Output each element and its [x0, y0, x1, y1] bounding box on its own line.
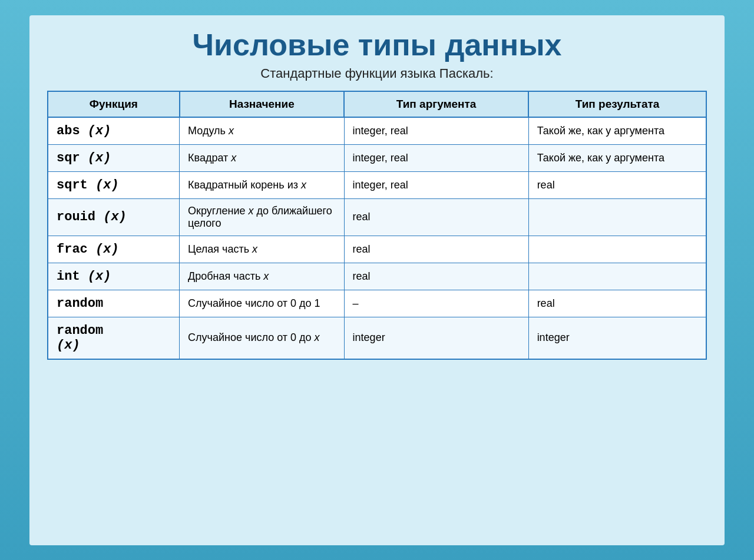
cell-func: int (x) — [48, 263, 180, 290]
table-row: sqrt (x)Квадратный корень из xinteger, r… — [48, 171, 706, 198]
table-row: int (x)Дробная часть xreal — [48, 263, 706, 290]
cell-desc: Модуль x — [180, 117, 345, 145]
table-row: randomСлучайное число от 0 до 1–real — [48, 290, 706, 317]
table-row: random(x)Случайное число от 0 до xintege… — [48, 317, 706, 359]
cell-arg-type: integer, real — [344, 171, 528, 198]
cell-arg-type: – — [344, 290, 528, 317]
page-title: Числовые типы данных — [192, 27, 561, 62]
cell-ret-type: Такой же, как у аргумента — [528, 117, 706, 145]
header-func: Функция — [48, 91, 180, 117]
header-ret-type: Тип результата — [528, 91, 706, 117]
header-arg-type: Тип аргумента — [344, 91, 528, 117]
cell-func: sqr (x) — [48, 144, 180, 171]
cell-arg-type: real — [344, 236, 528, 263]
functions-table: Функция Назначение Тип аргумента Тип рез… — [47, 91, 707, 360]
cell-arg-type: real — [344, 198, 528, 236]
cell-desc: Случайное число от 0 до 1 — [180, 290, 345, 317]
cell-desc: Квадратный корень из x — [180, 171, 345, 198]
page-container: Числовые типы данных Стандартные функции… — [29, 15, 725, 545]
cell-ret-type: real — [528, 171, 706, 198]
table-row: rouid (x)Округление x до ближайшего цело… — [48, 198, 706, 236]
cell-ret-type — [528, 236, 706, 263]
cell-func: random(x) — [48, 317, 180, 359]
cell-func: abs (x) — [48, 117, 180, 145]
table-row: frac (x)Целая часть xreal — [48, 236, 706, 263]
table-header-row: Функция Назначение Тип аргумента Тип рез… — [48, 91, 706, 117]
cell-ret-type: real — [528, 290, 706, 317]
header-desc: Назначение — [180, 91, 345, 117]
cell-desc: Квадрат x — [180, 144, 345, 171]
cell-func: random — [48, 290, 180, 317]
cell-arg-type: integer, real — [344, 117, 528, 145]
table-row: sqr (x)Квадрат xinteger, realТакой же, к… — [48, 144, 706, 171]
table-row: abs (x)Модуль xinteger, realТакой же, ка… — [48, 117, 706, 145]
cell-arg-type: integer — [344, 317, 528, 359]
cell-ret-type — [528, 263, 706, 290]
page-subtitle: Стандартные функции языка Паскаль: — [260, 66, 493, 81]
cell-desc: Случайное число от 0 до x — [180, 317, 345, 359]
cell-desc: Дробная часть x — [180, 263, 345, 290]
cell-desc: Округление x до ближайшего целого — [180, 198, 345, 236]
cell-ret-type: Такой же, как у аргумента — [528, 144, 706, 171]
cell-func: sqrt (x) — [48, 171, 180, 198]
cell-arg-type: integer, real — [344, 144, 528, 171]
cell-func: rouid (x) — [48, 198, 180, 236]
cell-func: frac (x) — [48, 236, 180, 263]
cell-desc: Целая часть x — [180, 236, 345, 263]
cell-ret-type: integer — [528, 317, 706, 359]
cell-arg-type: real — [344, 263, 528, 290]
cell-ret-type — [528, 198, 706, 236]
